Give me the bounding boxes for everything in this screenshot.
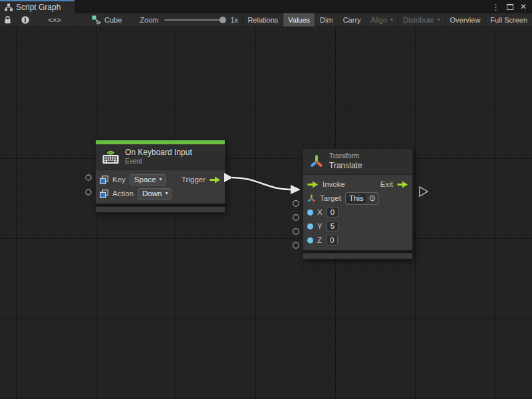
zoom-slider-handle[interactable] bbox=[219, 17, 226, 23]
value-port-icon bbox=[307, 209, 313, 215]
toolbar-toggles: Relations Values Dim Carry Align ▾ Distr… bbox=[242, 13, 532, 27]
zoom-slider[interactable] bbox=[164, 19, 225, 21]
port-row-target: Target This ⊙ bbox=[307, 192, 408, 205]
node-subtitle: Event bbox=[125, 158, 192, 166]
port-label-x: X bbox=[317, 208, 323, 216]
port-row-y: Y 5 bbox=[307, 219, 408, 233]
chevron-down-icon: ▾ bbox=[438, 17, 440, 23]
key-dropdown[interactable]: Space ▾ bbox=[130, 174, 166, 186]
wire-shadow bbox=[232, 178, 291, 190]
close-icon[interactable]: ✕ bbox=[520, 3, 527, 11]
button-label: Full Screen bbox=[490, 16, 527, 24]
button-label: Overview bbox=[450, 16, 481, 24]
port-label-key: Key bbox=[112, 176, 126, 184]
inspector-button[interactable] bbox=[15, 13, 35, 27]
node-title: On Keyboard Input bbox=[125, 148, 192, 158]
graph-toolbar: <×> Cube Zoom 1x Relations Values bbox=[0, 13, 532, 27]
exit-flow-triangle[interactable] bbox=[420, 187, 428, 196]
port-label-action: Action bbox=[112, 190, 134, 198]
input-port-key[interactable] bbox=[86, 175, 91, 180]
tab-script-graph[interactable]: Script Graph bbox=[0, 0, 74, 13]
chevron-down-icon: ▾ bbox=[159, 177, 162, 182]
button-label: Align bbox=[371, 16, 387, 24]
maximize-icon[interactable] bbox=[507, 4, 513, 10]
window-menu-icon[interactable]: ⋮ bbox=[491, 3, 500, 11]
node-header[interactable]: Transform Translate bbox=[303, 149, 412, 175]
port-row-key: Key Space ▾ Trigger bbox=[100, 173, 221, 187]
button-label: Distribute bbox=[403, 16, 434, 24]
toolbar-button-dim[interactable]: Dim bbox=[315, 13, 338, 27]
lock-button[interactable] bbox=[0, 13, 15, 27]
action-dropdown[interactable]: Down ▾ bbox=[138, 188, 172, 200]
wire-end-arrow[interactable] bbox=[291, 185, 301, 194]
enum-type-icon bbox=[100, 176, 108, 184]
connections-overlay bbox=[0, 27, 532, 399]
node-title: Translate bbox=[329, 161, 362, 171]
chevron-down-icon: ▾ bbox=[390, 17, 393, 23]
zoom-value: 1x bbox=[230, 16, 238, 24]
zoom-label: Zoom bbox=[140, 16, 158, 24]
graph-context[interactable]: Cube bbox=[92, 13, 122, 27]
port-row-action: Action Down ▾ bbox=[100, 187, 221, 201]
node-title-block: Transform Translate bbox=[329, 152, 362, 171]
input-port-z[interactable] bbox=[293, 243, 299, 249]
node-category: Transform bbox=[329, 152, 362, 161]
wire-trigger-invoke[interactable] bbox=[232, 178, 291, 190]
port-label-exit: Exit bbox=[380, 180, 393, 188]
scope-picker-icon[interactable]: ⊙ bbox=[369, 194, 376, 202]
enum-type-icon bbox=[100, 190, 108, 198]
input-port-target[interactable] bbox=[293, 201, 299, 207]
node-footer bbox=[95, 206, 225, 213]
code-preview-button[interactable]: <×> bbox=[35, 13, 74, 27]
toolbar-button-align[interactable]: Align ▾ bbox=[366, 13, 398, 27]
chevron-down-icon: ▾ bbox=[165, 191, 168, 196]
button-label: Values bbox=[288, 16, 310, 24]
lock-icon bbox=[3, 15, 12, 25]
toolbar-button-values[interactable]: Values bbox=[283, 13, 315, 27]
port-label-y: Y bbox=[317, 222, 323, 230]
toolbar-button-carry[interactable]: Carry bbox=[338, 13, 366, 27]
input-port-y[interactable] bbox=[293, 229, 299, 235]
port-row-z: Z 0 bbox=[307, 233, 408, 247]
tab-bar: Script Graph ⋮ ✕ bbox=[0, 0, 532, 13]
node-title-block: On Keyboard Input Event bbox=[125, 148, 192, 166]
toolbar-button-relations[interactable]: Relations bbox=[242, 13, 283, 27]
flow-arrow-icon[interactable] bbox=[209, 176, 221, 184]
graph-pointer-icon bbox=[92, 15, 101, 25]
port-label-z: Z bbox=[317, 236, 322, 244]
target-object-field[interactable]: This ⊙ bbox=[345, 192, 379, 205]
graph-canvas[interactable]: On Keyboard Input Event Key Space ▾ bbox=[0, 27, 532, 399]
toolbar-button-overview[interactable]: Overview bbox=[445, 13, 485, 27]
node-body: Invoke Exit Ta bbox=[303, 175, 412, 250]
value-port-icon bbox=[307, 237, 313, 243]
flow-arrow-icon[interactable] bbox=[307, 181, 319, 188]
x-value-input[interactable]: 0 bbox=[327, 207, 338, 217]
node-transform-translate[interactable]: Transform Translate Invoke Exit bbox=[303, 148, 413, 259]
z-value-input[interactable]: 0 bbox=[326, 235, 338, 245]
hierarchy-icon bbox=[5, 3, 13, 11]
target-value: This bbox=[346, 194, 366, 203]
toolbar-button-distribute[interactable]: Distribute ▾ bbox=[398, 13, 444, 27]
button-label: Dim bbox=[320, 16, 333, 24]
port-label-invoke: Invoke bbox=[323, 180, 345, 188]
node-header[interactable]: On Keyboard Input Event bbox=[96, 144, 225, 170]
value-port-icon bbox=[307, 223, 313, 229]
flow-arrow-icon[interactable] bbox=[397, 181, 408, 188]
node-on-keyboard-input[interactable]: On Keyboard Input Event Key Space ▾ bbox=[95, 140, 225, 213]
button-label: Relations bbox=[247, 16, 278, 24]
port-label-target: Target bbox=[320, 194, 341, 202]
port-row-x: X 0 bbox=[307, 205, 408, 219]
button-label: Carry bbox=[343, 16, 361, 24]
tab-title: Script Graph bbox=[16, 3, 61, 12]
input-port-action[interactable] bbox=[86, 190, 91, 195]
input-port-x[interactable] bbox=[293, 215, 299, 221]
action-dropdown-value: Down bbox=[142, 190, 162, 198]
port-row-invoke: Invoke Exit bbox=[307, 178, 408, 192]
node-body: Key Space ▾ Trigger bbox=[96, 170, 225, 203]
y-value-input[interactable]: 5 bbox=[327, 221, 338, 231]
key-dropdown-value: Space bbox=[134, 176, 156, 184]
window-controls: ⋮ ✕ bbox=[491, 0, 532, 13]
node-main: On Keyboard Input Event Key Space ▾ bbox=[95, 140, 225, 204]
toolbar-button-fullscreen[interactable]: Full Screen bbox=[485, 13, 532, 27]
script-graph-window: Script Graph ⋮ ✕ <×> bbox=[0, 0, 532, 399]
